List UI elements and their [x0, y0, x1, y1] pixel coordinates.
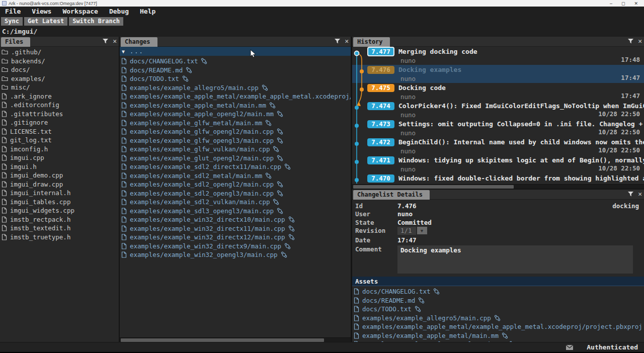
menu-item[interactable]: Views — [32, 8, 51, 15]
tab-history[interactable]: History — [353, 37, 390, 47]
close-icon[interactable]: ✕ — [638, 38, 642, 44]
history-entry-row[interactable]: 7.470 Windows: fixed double-clicked bord… — [352, 173, 644, 184]
asset-file-row[interactable]: docs/README.md — [352, 296, 644, 305]
changed-file-row[interactable]: examples/example_sdl2_opengl2/main.cpp — [120, 180, 351, 189]
close-icon[interactable]: ✕ — [113, 38, 117, 44]
asset-file-row[interactable]: docs/TODO.txt — [352, 305, 644, 314]
tab-changelist-details[interactable]: Changelist Details — [353, 190, 430, 200]
toolbar-button[interactable]: Switch Branch — [69, 17, 123, 26]
close-button[interactable]: ✕ — [634, 1, 638, 6]
file-tree-item[interactable]: imgui.h — [0, 162, 119, 171]
changed-file-row[interactable]: examples/example_apple_metal/main.mm — [120, 101, 351, 110]
file-tree-item[interactable]: imconfig.h — [0, 145, 119, 154]
changed-file-row[interactable]: examples/example_allegro5/main.cpp — [120, 83, 351, 93]
history-entry-row[interactable]: 7.472 BeginChild(): Internal name used b… — [352, 137, 644, 155]
asset-file-row[interactable]: examples/example_allegro5/main.cpp — [352, 314, 644, 323]
close-icon[interactable]: ✕ — [345, 38, 349, 44]
changes-horizontal-scrollbar[interactable] — [120, 337, 351, 342]
changes-root-row[interactable]: ▼ ... — [120, 47, 351, 56]
changed-file-row[interactable]: examples/example_glfw_vulkan/main.cpp — [120, 145, 351, 154]
menu-item[interactable]: Workspace — [62, 8, 98, 15]
file-tree-item[interactable]: LICENSE.txt — [0, 127, 119, 136]
file-name: .github/ — [11, 48, 41, 56]
history-horizontal-scrollbar[interactable] — [352, 184, 644, 189]
revision-dropdown[interactable]: ▼ — [417, 227, 427, 234]
file-tree-item[interactable]: imstb_rectpack.h — [0, 215, 119, 224]
history-entry-row[interactable]: 7.474 ColorPicker4(): Fixed ImGuiColorEd… — [352, 101, 644, 119]
changed-file-row[interactable]: docs/README.md — [120, 66, 351, 75]
file-tree-item[interactable]: imgui_draw.cpp — [0, 180, 119, 189]
filter-icon[interactable] — [334, 38, 341, 44]
file-tree-item[interactable]: imgui.cpp — [0, 153, 119, 162]
menu-item[interactable]: Help — [140, 8, 155, 15]
toolbar-button[interactable]: Get Latest — [24, 17, 67, 26]
changed-file-row[interactable]: examples/example_sdl2_opengl3/main.cpp — [120, 189, 351, 198]
changed-file-row[interactable]: docs/CHANGELOG.txt — [120, 57, 351, 66]
file-tree-item[interactable]: imgui_internal.h — [0, 189, 119, 198]
integrate-branch-icon — [277, 155, 283, 161]
minimize-button[interactable]: – — [610, 1, 612, 6]
maximize-button[interactable]: ◻ — [621, 1, 625, 6]
changed-file-row[interactable]: examples/example_sdl3_opengl3/main.cpp — [120, 207, 351, 216]
file-tree-item[interactable]: misc/ — [0, 83, 119, 92]
history-entry-row[interactable]: 7.476 Docking examples nuno 17:47 — [352, 65, 644, 83]
integrate-branch-icon — [182, 75, 189, 82]
toolbar-button[interactable]: Sync — [1, 17, 23, 26]
changed-file-row[interactable]: examples/example_sdl2_directx11/main.cpp — [120, 162, 351, 171]
asset-file-row[interactable]: examples/example_apple_metal/example_app… — [352, 322, 644, 331]
file-tree-item[interactable]: backends/ — [0, 57, 119, 66]
comment-input[interactable]: Docking examples — [397, 245, 633, 274]
filter-icon[interactable] — [627, 191, 634, 197]
file-tree-item[interactable]: .github/ — [0, 48, 119, 57]
file-tree-item[interactable]: .gitattributes — [0, 110, 119, 119]
scrollbar-thumb[interactable] — [121, 338, 324, 342]
expand-triangle-icon[interactable]: ▼ — [122, 49, 125, 54]
changed-file-row[interactable]: examples/example_glfw_opengl2/main.cpp — [120, 127, 351, 136]
status-bar: Authenticated — [0, 342, 644, 352]
changed-file-row[interactable]: examples/example_win32_directx9/main.cpp — [120, 242, 351, 251]
close-icon[interactable]: ✕ — [638, 191, 642, 197]
file-icon — [2, 234, 7, 240]
history-entry-row[interactable]: 7.473 Settings: omit outputing Collapsed… — [352, 119, 644, 137]
file-tree-item[interactable]: git_log.txt — [0, 136, 119, 145]
file-tree-item[interactable]: .ark_ignore — [0, 92, 119, 101]
changed-file-row[interactable]: examples/example_apple_metal/example_app… — [120, 92, 351, 101]
file-tree-item[interactable]: docs/ — [0, 65, 119, 74]
file-tree-item[interactable]: imgui_widgets.cpp — [0, 206, 119, 215]
changed-file-row[interactable]: examples/example_win32_opengl3/main.cpp — [120, 250, 351, 259]
tab-files[interactable]: Files — [1, 37, 30, 47]
asset-file-row[interactable]: examples/example_apple_metal/main.mm — [352, 331, 644, 340]
asset-file-row[interactable]: docs/CHANGELOG.txt — [352, 287, 644, 296]
changed-file-row[interactable]: examples/example_win32_directx10/main.cp… — [120, 215, 351, 224]
filter-icon[interactable] — [627, 38, 634, 44]
changed-file-row[interactable]: examples/example_glfw_opengl3/main.cpp — [120, 136, 351, 145]
changelist-time: 17:48 — [621, 56, 640, 63]
file-tree-item[interactable]: .gitignore — [0, 118, 119, 127]
filter-icon[interactable] — [102, 38, 109, 44]
history-entry-row[interactable]: 7.477 Merging docking code nuno 17:48 — [352, 47, 644, 65]
commit-dot — [355, 106, 359, 110]
changed-file-row[interactable]: examples/example_win32_directx12/main.cp… — [120, 233, 351, 242]
file-tree-item[interactable]: .editorconfig — [0, 101, 119, 110]
file-tree-item[interactable]: examples/ — [0, 74, 119, 83]
file-tree-item[interactable]: imstb_textedit.h — [0, 224, 119, 233]
menu-item[interactable]: Debug — [109, 8, 129, 15]
tab-changes[interactable]: Changes — [121, 37, 157, 47]
history-entry-row[interactable]: 7.471 Windows: tidying up skipitems logi… — [352, 155, 644, 173]
history-entry-row[interactable]: 7.475 Docking code nuno 17:47 — [352, 83, 644, 101]
changed-file-row[interactable]: examples/example_glut_opengl2/main.cpp — [120, 154, 351, 163]
scrollbar-thumb[interactable] — [353, 185, 514, 189]
file-tree-item[interactable]: imstb_truetype.h — [0, 233, 119, 242]
changed-file-path: examples/example_apple_opengl2/main.mm — [130, 110, 274, 118]
file-tree-item[interactable]: imgui_demo.cpp — [0, 171, 119, 180]
changed-file-row[interactable]: examples/example_sdl2_vulkan/main.cpp — [120, 198, 351, 207]
file-tree-item[interactable]: imgui_tables.cpp — [0, 198, 119, 207]
menu-item[interactable]: File — [5, 8, 21, 15]
changed-file-row[interactable]: examples/example_apple_opengl2/main.mm — [120, 110, 351, 119]
integrate-branch-icon — [265, 120, 272, 126]
integrate-branch-icon — [415, 306, 421, 312]
changed-file-row[interactable]: examples/example_win32_directx11/main.cp… — [120, 224, 351, 233]
changed-file-row[interactable]: examples/example_sdl2_metal/main.mm — [120, 171, 351, 181]
changed-file-row[interactable]: docs/TODO.txt — [120, 74, 351, 83]
changed-file-row[interactable]: examples/example_glfw_metal/main.mm — [120, 119, 351, 128]
